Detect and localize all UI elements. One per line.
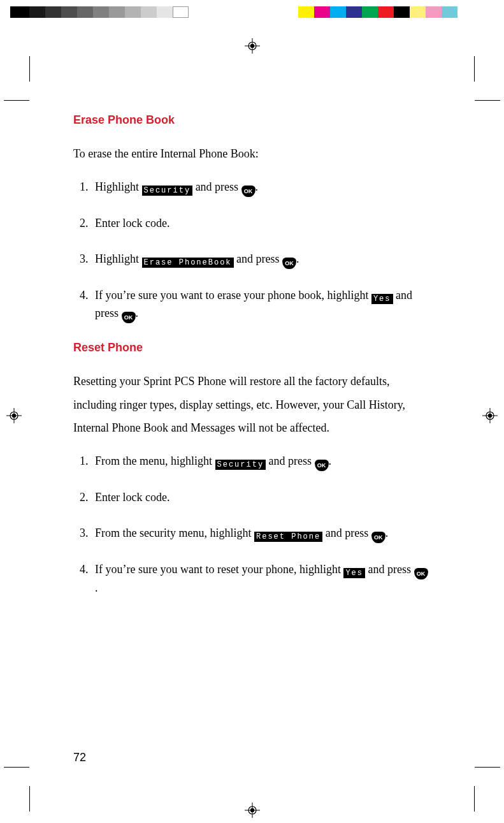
erase-intro: To erase the entire Internal Phone Book:	[73, 142, 430, 166]
ok-button-icon: OK	[315, 460, 329, 471]
text: .	[136, 307, 139, 319]
text: If you’re sure you want to erase your ph…	[95, 289, 371, 302]
text: .	[385, 527, 389, 539]
ok-button-icon: OK	[122, 312, 136, 323]
text: From the menu, highlight	[95, 455, 215, 467]
ok-button-icon: OK	[414, 568, 428, 579]
text: and press	[269, 455, 315, 467]
reset-step-1: From the menu, highlight Security and pr…	[91, 453, 430, 471]
erase-steps: Highlight Security and press OK. Enter l…	[73, 178, 430, 323]
text: Highlight	[95, 180, 142, 193]
text: .	[329, 455, 332, 467]
text: .	[296, 252, 299, 265]
menu-label-yes: Yes	[343, 568, 365, 578]
erase-step-1: Highlight Security and press OK.	[91, 178, 430, 197]
crop-mark-top-left	[4, 56, 48, 101]
text: and press	[196, 180, 241, 193]
menu-label-security: Security	[215, 460, 266, 470]
menu-label-erase-phonebook: Erase PhoneBook	[142, 258, 234, 268]
page-number: 72	[73, 751, 86, 764]
text: Highlight	[95, 252, 142, 265]
ok-button-icon: OK	[371, 532, 385, 543]
reset-step-4: If you’re sure you want to reset your ph…	[91, 561, 430, 597]
grayscale-ramp	[10, 6, 189, 18]
ok-button-icon: OK	[282, 258, 296, 269]
registration-mark-icon	[245, 38, 260, 54]
color-swatches	[298, 6, 473, 18]
page-content: Erase Phone Book To erase the entire Int…	[73, 102, 430, 615]
crop-mark-bottom-left	[4, 767, 48, 812]
erase-step-2: Enter lock code.	[91, 215, 430, 233]
erase-step-4: If you’re sure you want to erase your ph…	[91, 287, 430, 323]
menu-label-reset-phone: Reset Phone	[254, 532, 322, 542]
registration-mark-icon	[6, 408, 22, 423]
crop-mark-top-right	[456, 56, 500, 101]
menu-label-security: Security	[142, 186, 193, 196]
text: and press	[368, 563, 414, 576]
section-title-reset: Reset Phone	[73, 341, 430, 354]
text: If you’re sure you want to reset your ph…	[95, 563, 343, 576]
text: .	[95, 581, 98, 594]
reset-step-2: Enter lock code.	[91, 489, 430, 507]
text: and press	[236, 252, 282, 265]
ok-button-icon: OK	[241, 186, 256, 197]
erase-step-3: Highlight Erase PhoneBook and press OK.	[91, 251, 430, 269]
menu-label-yes: Yes	[371, 294, 393, 304]
registration-mark-icon	[482, 408, 498, 423]
text: .	[256, 180, 259, 193]
crop-mark-bottom-right	[456, 767, 500, 812]
reset-intro: Resetting your Sprint PCS Phone will res…	[73, 370, 430, 441]
text: and press	[326, 527, 371, 539]
section-title-erase: Erase Phone Book	[73, 113, 430, 127]
reset-steps: From the menu, highlight Security and pr…	[73, 453, 430, 597]
text: From the security menu, highlight	[95, 527, 254, 539]
registration-mark-icon	[245, 803, 260, 818]
reset-step-3: From the security menu, highlight Reset …	[91, 525, 430, 543]
